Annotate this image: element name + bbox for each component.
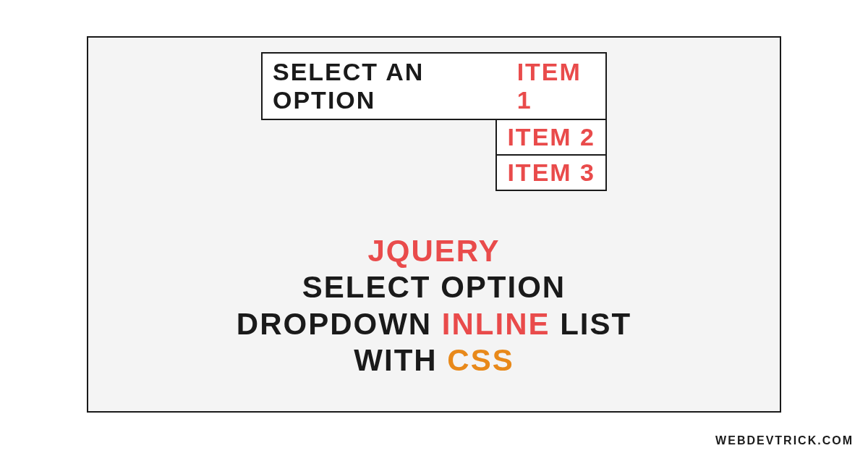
- dropdown-items-list: ITEM 2 ITEM 3: [495, 120, 607, 191]
- demo-card: SELECT AN OPTION ITEM 1 ITEM 2 ITEM 3 JQ…: [87, 36, 781, 413]
- dropdown-demo: SELECT AN OPTION ITEM 1 ITEM 2 ITEM 3: [261, 52, 607, 191]
- headline-word-dropdown: DROPDOWN: [237, 307, 432, 341]
- headline-block: JQUERY SELECT OPTION DROPDOWN INLINE LIS…: [88, 233, 780, 379]
- watermark: WEBDEVTRICK.COM: [715, 434, 854, 447]
- headline-word-jquery: JQUERY: [367, 234, 500, 268]
- dropdown-item-1[interactable]: ITEM 1: [517, 58, 595, 114]
- headline-word-list: LIST: [560, 307, 631, 341]
- dropdown-header[interactable]: SELECT AN OPTION ITEM 1: [261, 52, 607, 120]
- headline-line-1: JQUERY: [88, 233, 780, 269]
- headline-line-4: WITH CSS: [88, 342, 780, 379]
- dropdown-label: SELECT AN OPTION: [273, 58, 507, 114]
- dropdown-item-2[interactable]: ITEM 2: [495, 120, 607, 156]
- headline-word-select-option: SELECT OPTION: [302, 270, 566, 304]
- headline-word-with: WITH: [354, 343, 437, 377]
- headline-line-3: DROPDOWN INLINE LIST: [88, 306, 780, 342]
- headline-word-inline: INLINE: [442, 307, 550, 341]
- headline-word-css: CSS: [447, 343, 514, 377]
- dropdown-item-3[interactable]: ITEM 3: [495, 156, 607, 191]
- headline-line-2: SELECT OPTION: [88, 269, 780, 305]
